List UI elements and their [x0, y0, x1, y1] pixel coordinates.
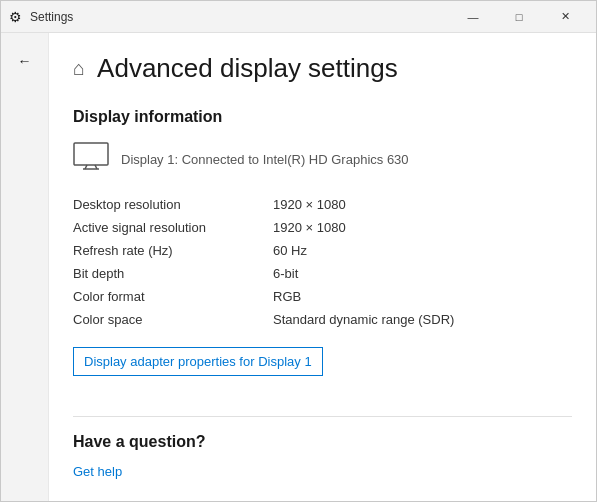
titlebar: ⚙ Settings — □ ✕ — [1, 1, 596, 33]
display-connection-label: Display 1: Connected to Intel(R) HD Grap… — [121, 152, 409, 167]
label-refresh-rate: Refresh rate (Hz) — [73, 243, 273, 258]
display-info-table: Desktop resolution 1920 × 1080 Active si… — [73, 193, 572, 331]
help-section-title: Have a question? — [73, 433, 572, 451]
help-section: Have a question? Get help — [73, 433, 572, 479]
info-row-color-format: Color format RGB — [73, 285, 572, 308]
info-row-signal-resolution: Active signal resolution 1920 × 1080 — [73, 216, 572, 239]
value-bit-depth: 6-bit — [273, 266, 298, 281]
adapter-properties-link[interactable]: Display adapter properties for Display 1 — [73, 347, 323, 376]
monitor-icon — [73, 142, 109, 177]
value-signal-resolution: 1920 × 1080 — [273, 220, 346, 235]
close-button[interactable]: ✕ — [542, 1, 588, 33]
info-row-color-space: Color space Standard dynamic range (SDR) — [73, 308, 572, 331]
page-title: Advanced display settings — [97, 53, 398, 84]
titlebar-controls: — □ ✕ — [450, 1, 588, 33]
label-bit-depth: Bit depth — [73, 266, 273, 281]
home-icon: ⌂ — [73, 57, 85, 80]
value-color-space: Standard dynamic range (SDR) — [273, 312, 454, 327]
label-color-format: Color format — [73, 289, 273, 304]
display-info-header: Display 1: Connected to Intel(R) HD Grap… — [73, 142, 572, 177]
page-title-container: ⌂ Advanced display settings — [73, 53, 572, 84]
label-color-space: Color space — [73, 312, 273, 327]
maximize-button[interactable]: □ — [496, 1, 542, 33]
get-help-link[interactable]: Get help — [73, 464, 122, 479]
display-information-heading: Display information — [73, 108, 572, 126]
value-color-format: RGB — [273, 289, 301, 304]
info-row-refresh-rate: Refresh rate (Hz) 60 Hz — [73, 239, 572, 262]
titlebar-title: Settings — [30, 10, 450, 24]
main-content: ⌂ Advanced display settings Display info… — [49, 33, 596, 501]
label-signal-resolution: Active signal resolution — [73, 220, 273, 235]
minimize-button[interactable]: — — [450, 1, 496, 33]
info-row-desktop-resolution: Desktop resolution 1920 × 1080 — [73, 193, 572, 216]
section-divider — [73, 416, 572, 417]
left-nav: ← — [1, 33, 49, 501]
svg-rect-0 — [74, 143, 108, 165]
window: ⚙ Settings — □ ✕ ← ⌂ Advanced display se… — [0, 0, 597, 502]
display-information-section: Display information Display 1: Connected… — [73, 108, 572, 400]
back-icon: ← — [18, 53, 32, 69]
info-row-bit-depth: Bit depth 6-bit — [73, 262, 572, 285]
titlebar-icon: ⚙ — [9, 9, 22, 25]
back-button[interactable]: ← — [9, 45, 41, 77]
content-area: ← ⌂ Advanced display settings Display in… — [1, 33, 596, 501]
value-refresh-rate: 60 Hz — [273, 243, 307, 258]
label-desktop-resolution: Desktop resolution — [73, 197, 273, 212]
value-desktop-resolution: 1920 × 1080 — [273, 197, 346, 212]
